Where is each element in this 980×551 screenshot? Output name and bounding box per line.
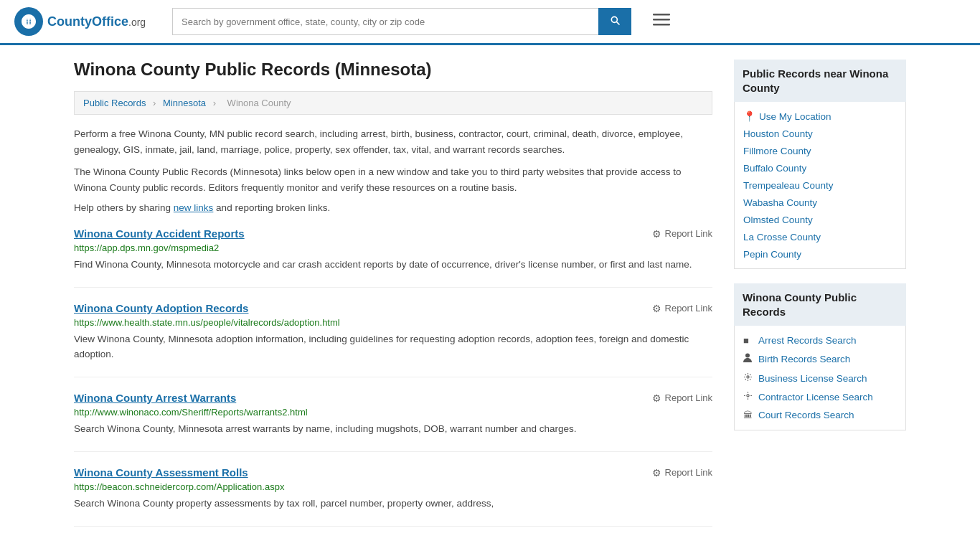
lacrosse-county-link[interactable]: La Crosse County [743, 232, 821, 242]
arrest-icon: ■ [743, 335, 753, 346]
records-section-header: Winona County Public Records [734, 283, 906, 326]
record-title-1[interactable]: Winona County Adoption Records [74, 302, 248, 314]
record-url-2[interactable]: http://www.winonaco.com/Sheriff/Reports/… [74, 407, 712, 418]
record-entry-2: Winona County Arrest Warrants ⚙ Report L… [74, 392, 712, 452]
sidebar: Public Records near Winona County 📍 Use … [734, 60, 906, 541]
nearby-list: 📍 Use My Location Houston County Fillmor… [734, 102, 906, 269]
breadcrumb-sep2: › [213, 98, 216, 108]
records-section: Winona County Public Records ■ Arrest Re… [734, 283, 906, 430]
logo-text: CountyOffice.org [47, 14, 146, 29]
record-header-2: Winona County Arrest Warrants ⚙ Report L… [74, 392, 712, 404]
new-links-link[interactable]: new links [174, 202, 214, 213]
record-desc-1: View Winona County, Minnesota adoption i… [74, 332, 712, 362]
report-icon-1: ⚙ [652, 303, 661, 314]
search-area [172, 8, 631, 35]
list-item: La Crosse County [735, 228, 905, 245]
intro-paragraph-2: The Winona County Public Records (Minnes… [74, 164, 712, 195]
report-label-0: Report Link [665, 228, 712, 239]
list-item: Contractor License Search [735, 387, 905, 406]
svg-point-7 [747, 395, 749, 397]
record-url-1[interactable]: https://www.health.state.mn.us/people/vi… [74, 317, 712, 328]
fillmore-county-link[interactable]: Fillmore County [743, 146, 811, 156]
breadcrumb: Public Records › Minnesota › Winona Coun… [74, 91, 712, 115]
list-item: Fillmore County [735, 142, 905, 159]
breadcrumb-winona: Winona County [227, 98, 291, 108]
business-icon [743, 372, 753, 384]
record-entry-3: Winona County Assessment Rolls ⚙ Report … [74, 466, 712, 527]
birth-icon [743, 353, 753, 365]
contractor-icon [743, 391, 753, 402]
record-url-3[interactable]: https://beacon.schneidercorp.com/Applica… [74, 481, 712, 492]
breadcrumb-public-records[interactable]: Public Records [83, 98, 146, 108]
list-item: ■ Arrest Records Search [735, 331, 905, 349]
nearby-section: Public Records near Winona County 📍 Use … [734, 60, 906, 269]
arrest-records-link[interactable]: Arrest Records Search [758, 335, 857, 346]
record-desc-3: Search Winona County property assessment… [74, 496, 712, 512]
content-area: Winona County Public Records (Minnesota)… [74, 60, 712, 541]
court-records-link[interactable]: Court Records Search [758, 410, 854, 420]
nearby-header: Public Records near Winona County [734, 60, 906, 102]
share-suffix: and reporting broken links. [213, 202, 330, 213]
business-license-link[interactable]: Business License Search [758, 373, 867, 384]
main-container: Winona County Public Records (Minnesota)… [60, 45, 920, 551]
svg-rect-4 [653, 24, 670, 26]
svg-rect-2 [653, 14, 670, 16]
report-label-1: Report Link [665, 303, 712, 314]
list-item: Houston County [735, 125, 905, 142]
buffalo-county-link[interactable]: Buffalo County [743, 163, 806, 174]
wabasha-county-link[interactable]: Wabasha County [743, 197, 817, 208]
logo-icon [14, 7, 43, 36]
record-entry-0: Winona County Accident Reports ⚙ Report … [74, 227, 712, 288]
page-title: Winona County Public Records (Minnesota) [74, 60, 712, 80]
record-title-3[interactable]: Winona County Assessment Rolls [74, 466, 248, 479]
breadcrumb-sep1: › [153, 98, 156, 108]
report-icon-2: ⚙ [652, 392, 661, 404]
logo-area: CountyOffice.org [14, 7, 158, 36]
records-list: ■ Arrest Records Search Birth Records Se… [734, 326, 906, 430]
report-icon-3: ⚙ [652, 467, 661, 479]
list-item: 🏛 Court Records Search [735, 406, 905, 424]
record-title-0[interactable]: Winona County Accident Reports [74, 227, 245, 240]
breadcrumb-minnesota[interactable]: Minnesota [163, 98, 206, 108]
svg-rect-3 [653, 19, 670, 21]
report-link-0[interactable]: ⚙ Report Link [652, 228, 712, 240]
record-header-0: Winona County Accident Reports ⚙ Report … [74, 227, 712, 240]
pepin-county-link[interactable]: Pepin County [743, 249, 801, 260]
record-entry-1: Winona County Adoption Records ⚙ Report … [74, 302, 712, 377]
svg-point-6 [747, 376, 749, 378]
search-button[interactable] [598, 8, 631, 35]
header: CountyOffice.org [0, 0, 980, 45]
record-header-3: Winona County Assessment Rolls ⚙ Report … [74, 466, 712, 479]
record-title-2[interactable]: Winona County Arrest Warrants [74, 392, 236, 404]
record-desc-0: Find Winona County, Minnesota motorcycle… [74, 258, 712, 273]
list-item: Birth Records Search [735, 349, 905, 369]
houston-county-link[interactable]: Houston County [743, 128, 813, 139]
olmsted-county-link[interactable]: Olmsted County [743, 215, 813, 225]
share-prefix: Help others by sharing [74, 202, 174, 213]
report-link-2[interactable]: ⚙ Report Link [652, 392, 712, 404]
birth-records-link[interactable]: Birth Records Search [758, 354, 850, 364]
list-item: Olmsted County [735, 211, 905, 228]
report-icon-0: ⚙ [652, 228, 661, 240]
location-pin-icon: 📍 [743, 110, 755, 122]
report-label-2: Report Link [665, 392, 712, 403]
report-link-1[interactable]: ⚙ Report Link [652, 303, 712, 314]
share-text: Help others by sharing new links and rep… [74, 202, 712, 213]
intro-paragraph-1: Perform a free Winona County, MN public … [74, 126, 712, 157]
court-icon: 🏛 [743, 410, 753, 420]
search-input[interactable] [172, 8, 598, 35]
use-location-item[interactable]: 📍 Use My Location [735, 108, 905, 125]
contractor-license-link[interactable]: Contractor License Search [758, 392, 873, 402]
record-header-1: Winona County Adoption Records ⚙ Report … [74, 302, 712, 314]
list-item: Trempealeau County [735, 176, 905, 194]
list-item: Pepin County [735, 245, 905, 263]
list-item: Business License Search [735, 369, 905, 387]
list-item: Wabasha County [735, 194, 905, 211]
record-url-0[interactable]: https://app.dps.mn.gov/mspmedia2 [74, 242, 712, 253]
report-link-3[interactable]: ⚙ Report Link [652, 467, 712, 479]
list-item: Buffalo County [735, 159, 905, 176]
use-location-link[interactable]: Use My Location [759, 111, 831, 122]
trempealeau-county-link[interactable]: Trempealeau County [743, 180, 834, 191]
menu-button[interactable] [653, 11, 670, 32]
svg-point-5 [745, 354, 750, 358]
